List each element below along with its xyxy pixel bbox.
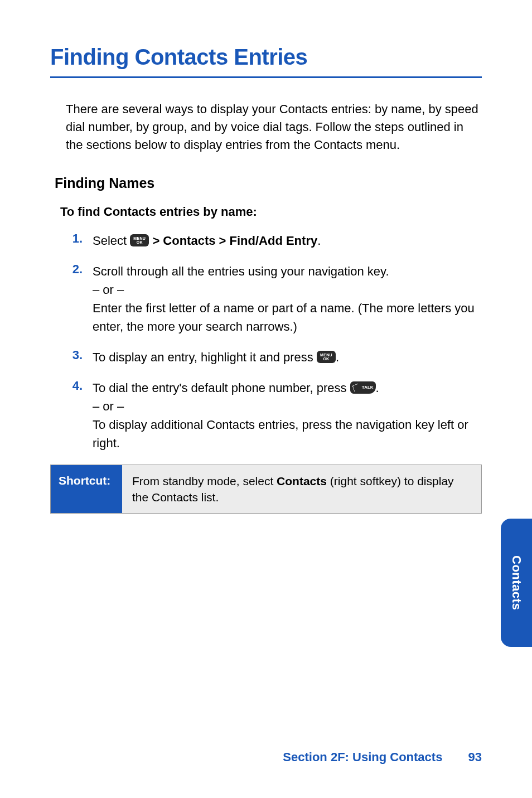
icon-text: TALK: [362, 384, 374, 391]
step-body: Scroll through all the entries using you…: [93, 262, 482, 336]
shortcut-label: Shortcut:: [51, 465, 122, 514]
step-number: 1.: [68, 231, 93, 250]
text: From standby mode, select: [132, 475, 277, 487]
sub-instruction: To find Contacts entries by name:: [60, 205, 482, 219]
text: .: [336, 350, 339, 364]
document-page: Finding Contacts Entries There are sever…: [0, 0, 532, 798]
or-separator: – or –: [93, 397, 482, 415]
step-1: 1. Select MENUOK > Contacts > Find/Add E…: [68, 231, 482, 250]
icon-text: OK: [137, 240, 143, 244]
side-tab-contacts: Contacts: [501, 519, 532, 647]
shortcut-box: Shortcut: From standby mode, select Cont…: [50, 465, 482, 514]
text: To dial the entry's default phone number…: [93, 381, 350, 395]
step-body: To dial the entry's default phone number…: [93, 379, 482, 452]
menu-ok-icon: MENUOK: [317, 351, 336, 363]
text-line: Enter the first letter of a name or part…: [93, 299, 482, 336]
footer-section: Section 2F: Using Contacts: [283, 750, 442, 764]
step-3: 3. To display an entry, highlight it and…: [68, 348, 482, 366]
page-title: Finding Contacts Entries: [50, 45, 482, 78]
shortcut-body: From standby mode, select Contacts (righ…: [122, 465, 481, 514]
step-number: 4.: [68, 379, 93, 452]
step-2: 2. Scroll through all the entries using …: [68, 262, 482, 336]
steps-list: 1. Select MENUOK > Contacts > Find/Add E…: [68, 231, 482, 452]
or-separator: – or –: [93, 280, 482, 299]
talk-icon: TALK: [350, 381, 376, 394]
text: .: [376, 381, 379, 395]
step-number: 3.: [68, 348, 93, 366]
intro-paragraph: There are several ways to display your C…: [66, 100, 482, 154]
icon-text: MENU: [320, 353, 332, 357]
subheading-finding-names: Finding Names: [55, 175, 482, 191]
step-4: 4. To dial the entry's default phone num…: [68, 379, 482, 452]
menu-ok-icon: MENUOK: [130, 234, 149, 246]
text-line: To display additional Contacts entries, …: [93, 415, 482, 452]
text: Select: [93, 234, 130, 248]
step-number: 2.: [68, 262, 93, 336]
text-line: Scroll through all the entries using you…: [93, 262, 482, 280]
side-tab-label: Contacts: [509, 555, 524, 610]
text: .: [317, 234, 321, 248]
page-footer: Section 2F: Using Contacts 93: [0, 750, 482, 765]
icon-text: OK: [323, 357, 329, 361]
step-body: Select MENUOK > Contacts > Find/Add Entr…: [93, 231, 321, 250]
bold-contacts: Contacts: [277, 475, 327, 487]
icon-text: MENU: [133, 236, 146, 240]
bold-path: > Contacts > Find/Add Entry: [149, 234, 317, 248]
text: To display an entry, highlight it and pr…: [93, 350, 317, 364]
step-body: To display an entry, highlight it and pr…: [93, 348, 339, 366]
footer-page-number: 93: [468, 750, 482, 764]
